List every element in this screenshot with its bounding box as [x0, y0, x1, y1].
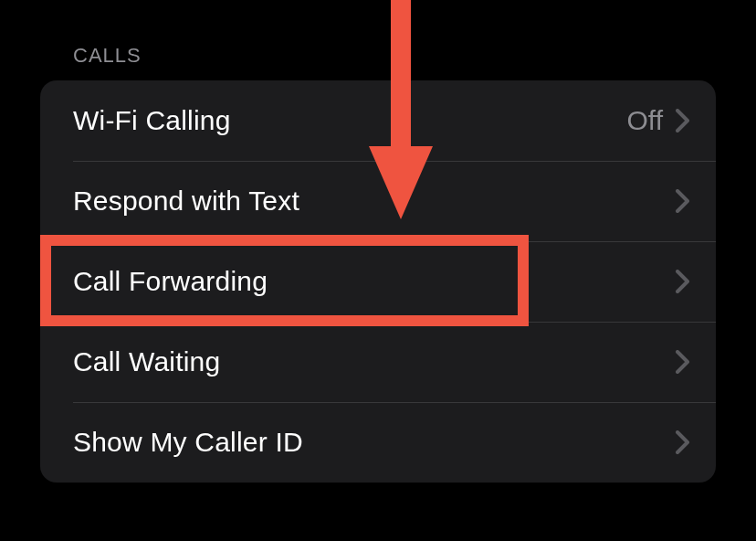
row-wifi-calling[interactable]: Wi-Fi Calling Off	[40, 80, 716, 161]
row-label: Show My Caller ID	[73, 427, 303, 458]
row-right: Off	[627, 105, 690, 136]
settings-list-calls: Wi-Fi Calling Off Respond with Text Call…	[40, 80, 716, 483]
chevron-right-icon	[676, 350, 690, 374]
row-label: Respond with Text	[73, 186, 299, 217]
row-detail-value: Off	[627, 105, 663, 136]
row-right	[676, 270, 690, 293]
chevron-right-icon	[676, 109, 690, 133]
row-label: Call Waiting	[73, 346, 220, 377]
row-label: Wi-Fi Calling	[73, 105, 231, 136]
chevron-right-icon	[676, 270, 690, 293]
chevron-right-icon	[676, 189, 690, 213]
row-right	[676, 350, 690, 374]
row-show-my-caller-id[interactable]: Show My Caller ID	[40, 402, 716, 483]
chevron-right-icon	[676, 430, 690, 454]
row-call-waiting[interactable]: Call Waiting	[40, 322, 716, 402]
section-header-calls: CALLS	[0, 0, 756, 80]
row-right	[676, 189, 690, 213]
row-call-forwarding[interactable]: Call Forwarding	[40, 241, 716, 322]
row-respond-with-text[interactable]: Respond with Text	[40, 161, 716, 241]
row-label: Call Forwarding	[73, 266, 268, 297]
row-right	[676, 430, 690, 454]
